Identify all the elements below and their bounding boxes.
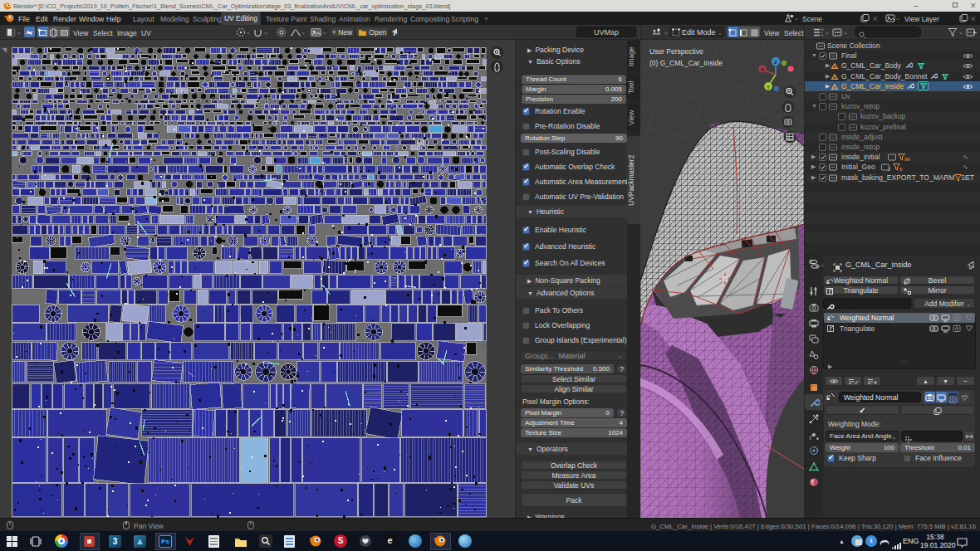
svg-text:Z: Z (774, 60, 777, 65)
svg-text:Y: Y (767, 85, 770, 90)
svg-text:(0) G_CML_Car_Inside: (0) G_CML_Car_Inside (649, 59, 723, 67)
svg-text:X: X (761, 67, 764, 72)
svg-text:User Perspective: User Perspective (649, 47, 703, 56)
